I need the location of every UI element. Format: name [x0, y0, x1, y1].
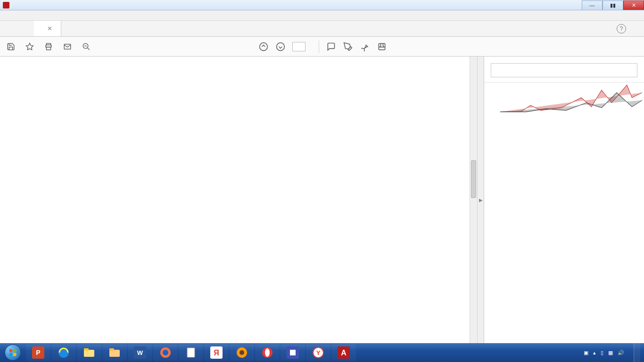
page-up-icon[interactable]	[258, 41, 269, 52]
search-input[interactable]	[491, 63, 637, 77]
svg-rect-1	[47, 47, 51, 49]
svg-text:P: P	[36, 349, 40, 356]
taskbar-item-powerpoint[interactable]: P	[26, 344, 50, 361]
menu-bar	[0, 10, 644, 21]
taskbar-item-word[interactable]: W	[128, 344, 152, 361]
show-desktop-button[interactable]	[634, 343, 640, 362]
tools-panel	[484, 57, 644, 343]
windows-logo-icon	[5, 345, 21, 361]
svg-text:W: W	[137, 349, 143, 356]
window-titlebar: — ▮▮ ✕	[0, 0, 644, 10]
tray-volume-icon[interactable]: 🔊	[618, 350, 624, 356]
svg-marker-0	[26, 43, 33, 49]
tray-network-icon[interactable]: ▦	[608, 350, 613, 356]
app-icon	[3, 2, 9, 8]
star-icon[interactable]	[25, 41, 35, 52]
sign-icon[interactable]	[360, 41, 370, 52]
svg-rect-9	[9, 349, 13, 353]
close-button[interactable]: ✕	[623, 0, 644, 10]
windows-taskbar: P W Я Y A ▣ ▴ ▯ ▦ 🔊	[0, 343, 644, 362]
help-icon[interactable]: ?	[617, 24, 626, 33]
tab-bar: ✕ ?	[0, 21, 644, 37]
svg-text:A: A	[341, 349, 347, 357]
svg-rect-10	[13, 349, 17, 353]
main-area: ▶	[0, 57, 644, 343]
taskbar-item-opera[interactable]	[255, 344, 280, 361]
taskbar-item-app1[interactable]	[230, 344, 254, 361]
svg-line-4	[87, 48, 90, 50]
email-icon[interactable]	[62, 41, 73, 52]
svg-rect-19	[109, 348, 114, 351]
svg-point-6	[259, 42, 267, 50]
svg-rect-32	[290, 350, 296, 355]
tab-tools[interactable]	[17, 21, 34, 36]
tab-close-icon[interactable]: ✕	[47, 25, 52, 32]
comment-icon[interactable]	[326, 41, 336, 52]
taskbar-item-folder[interactable]	[102, 344, 127, 361]
taskbar-item-app2[interactable]	[281, 344, 305, 361]
zoom-out-icon[interactable]	[81, 41, 91, 52]
stamp-icon[interactable]	[377, 41, 387, 52]
tray-battery-icon[interactable]: ▯	[601, 350, 603, 356]
tray-flag-icon[interactable]: ▣	[584, 350, 588, 356]
svg-point-7	[276, 42, 284, 50]
tab-document[interactable]: ✕	[34, 21, 61, 36]
taskbar-item-ie[interactable]	[51, 344, 76, 361]
highlight-icon[interactable]	[343, 41, 353, 52]
svg-text:Я: Я	[214, 349, 219, 357]
maximize-button[interactable]: ▮▮	[603, 0, 623, 10]
panel-collapse-gutter[interactable]: ▶	[477, 57, 484, 343]
toolbar	[0, 37, 644, 57]
svg-point-23	[163, 350, 168, 355]
document-pane	[0, 57, 477, 343]
taskbar-item-yandex-search[interactable]: Я	[204, 344, 229, 361]
print-icon[interactable]	[43, 41, 54, 52]
svg-rect-12	[13, 353, 17, 356]
svg-rect-11	[9, 353, 13, 356]
chevron-right-icon: ▶	[479, 197, 483, 203]
start-button[interactable]	[0, 343, 25, 362]
page-down-icon[interactable]	[275, 41, 286, 52]
svg-text:Y: Y	[316, 349, 321, 356]
taskbar-item-yandex-browser[interactable]: Y	[306, 344, 330, 361]
save-icon[interactable]	[6, 41, 16, 52]
svg-point-28	[239, 350, 244, 355]
svg-point-30	[265, 348, 270, 357]
taskbar-item-notepad[interactable]	[179, 344, 203, 361]
vertical-scrollbar[interactable]	[470, 57, 477, 343]
minimize-button[interactable]: —	[582, 0, 603, 10]
svg-rect-18	[109, 350, 120, 357]
network-graph	[484, 82, 644, 110]
scrollbar-thumb[interactable]	[471, 160, 476, 198]
svg-rect-24	[187, 348, 195, 357]
taskbar-item-acrobat[interactable]: A	[331, 344, 356, 361]
system-tray: ▣ ▴ ▯ ▦ 🔊	[579, 343, 644, 362]
tab-home[interactable]	[0, 21, 17, 36]
tray-arrow-icon[interactable]: ▴	[593, 350, 596, 356]
taskbar-item-explorer[interactable]	[77, 344, 101, 361]
taskbar-item-firefox[interactable]	[153, 344, 178, 361]
svg-rect-17	[84, 348, 89, 351]
pdf-page	[0, 57, 470, 343]
svg-rect-16	[84, 350, 94, 357]
page-number-input[interactable]	[292, 42, 305, 51]
